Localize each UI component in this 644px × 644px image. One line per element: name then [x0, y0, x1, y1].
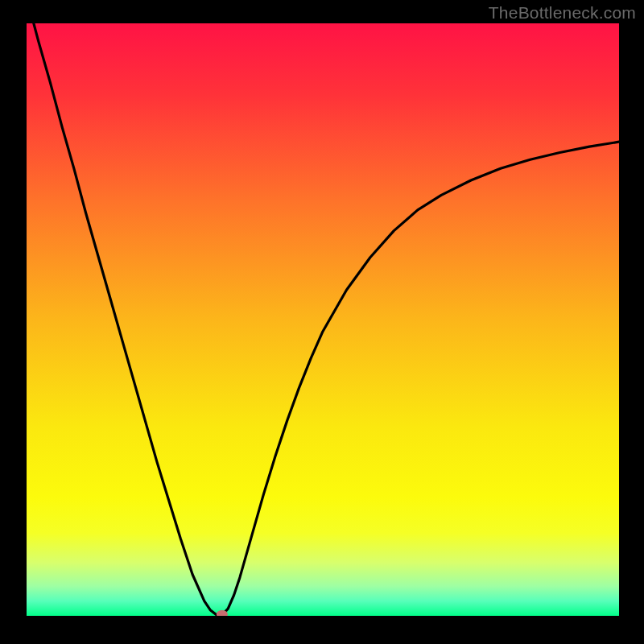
plot-area: [27, 23, 619, 616]
chart-svg: [27, 23, 619, 616]
watermark-text: TheBottleneck.com: [489, 3, 636, 23]
chart-frame: TheBottleneck.com: [0, 0, 644, 644]
